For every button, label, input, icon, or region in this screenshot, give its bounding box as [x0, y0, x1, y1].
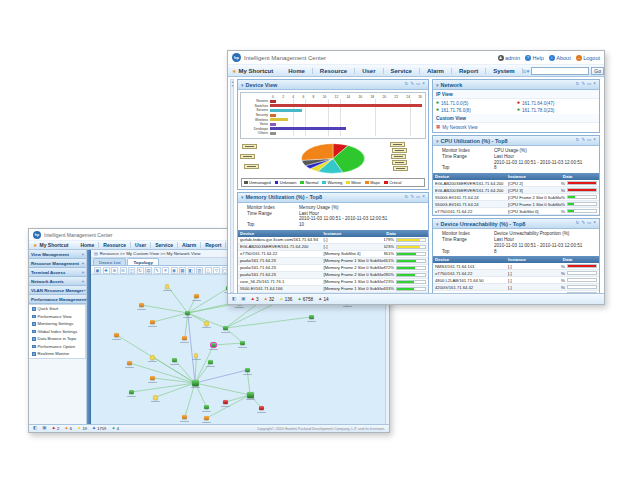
sidebar-item-network-assets[interactable]: Network Assets»	[29, 277, 86, 286]
alarm-count[interactable]: ▲3	[251, 297, 259, 302]
minimize-icon[interactable]: ▭	[416, 82, 420, 87]
sidebar-subitem-realtime-monitor[interactable]: Realtime Monitor	[29, 350, 85, 358]
save-icon[interactable]: ▤	[145, 267, 152, 274]
sidebar-item-terminal-access[interactable]: Terminal Access»	[29, 268, 86, 277]
edit-icon[interactable]: ✎	[410, 195, 414, 200]
table-row[interactable]: 4800 L2LAB/161.71.64.50[-]0.000%	[433, 277, 599, 284]
minimize-icon[interactable]: ▭	[587, 221, 591, 226]
topology-node[interactable]	[182, 336, 187, 340]
topology-node[interactable]	[309, 315, 314, 319]
collapse-icon[interactable]: ▾	[241, 194, 244, 200]
collapse-icon[interactable]: ▾	[436, 138, 439, 144]
refresh-icon[interactable]: ↻	[137, 267, 144, 274]
userlink-help[interactable]: ?Help	[525, 55, 544, 61]
zoom-in-icon[interactable]: ⊕	[111, 267, 118, 274]
down-icon[interactable]: ▽	[213, 267, 220, 274]
topology-node[interactable]	[245, 368, 250, 372]
sidebar-item-performance-management[interactable]: Performance Management«	[29, 295, 86, 304]
topology-node[interactable]	[240, 341, 245, 345]
refresh-icon[interactable]: ↻	[576, 138, 580, 143]
topology-node[interactable]	[204, 405, 209, 409]
fit-view-icon[interactable]: ◫	[128, 267, 135, 274]
topology-node[interactable]	[204, 416, 209, 420]
topology-node[interactable]	[185, 311, 190, 315]
table-row[interactable]: paola/161.71.64.23[Memory Frame 1 Slot 0…	[238, 257, 428, 264]
sidebar-item-vlan-resource-manager[interactable]: VLAN Resource Manager»	[29, 286, 86, 295]
status-icon[interactable]: ▣	[42, 426, 46, 431]
topology-node[interactable]	[139, 303, 144, 307]
alarm-count[interactable]: ▲6758	[297, 297, 313, 302]
topology-node[interactable]	[223, 400, 228, 404]
edit-icon[interactable]: ✎	[154, 267, 161, 274]
menu-resource[interactable]: Resource	[313, 68, 355, 74]
topology-node[interactable]	[259, 406, 264, 410]
layout-icon[interactable]: ◧	[188, 267, 195, 274]
table-row[interactable]: paola/161.71.64.23[Memory Frame 2 Slot 0…	[238, 271, 428, 278]
topology-node[interactable]	[153, 395, 158, 400]
edit-icon[interactable]: ✎	[581, 138, 585, 143]
ip-view-link[interactable]: ♣161.71.78.0(23)	[517, 108, 596, 113]
close-icon[interactable]: ×	[593, 138, 596, 143]
alarm-count[interactable]: ▲14	[318, 297, 329, 302]
grid-icon[interactable]: ▦	[179, 267, 186, 274]
topology-node[interactable]	[150, 320, 155, 324]
alarm-count[interactable]: ▲32	[264, 297, 275, 302]
locate-icon[interactable]: ◉	[171, 267, 178, 274]
minimize-icon[interactable]: ▭	[587, 82, 591, 87]
topology-node[interactable]	[211, 343, 216, 347]
collapse-icon[interactable]: ▾	[436, 221, 439, 227]
menu-alarm[interactable]: Alarm	[420, 68, 452, 74]
menu-service[interactable]: Service	[151, 242, 178, 248]
topology-node[interactable]	[194, 294, 199, 298]
menu-user[interactable]: User	[131, 242, 151, 248]
refresh-icon[interactable]: ↻	[405, 195, 409, 200]
alarm-count[interactable]: ▲1759	[92, 426, 106, 431]
menu-alarm[interactable]: Alarm	[178, 242, 201, 248]
edit-icon[interactable]: ✎	[581, 221, 585, 226]
status-icon[interactable]: ◧	[33, 426, 37, 431]
topology-node[interactable]	[172, 358, 177, 362]
tab-device-list[interactable]: Device List	[93, 258, 126, 265]
sidebar-subitem-quick-start[interactable]: Quick Start	[29, 305, 85, 313]
alarm-count[interactable]: ▲6	[64, 426, 72, 431]
topology-node[interactable]	[114, 333, 119, 337]
close-icon[interactable]: ×	[593, 82, 596, 87]
menu-home[interactable]: Home	[76, 242, 99, 248]
select-icon[interactable]: ▣	[94, 267, 101, 274]
table-row[interactable]: 4200G/161.71.64.42[-]0.000%	[433, 284, 599, 291]
layers-icon[interactable]: ≡	[162, 267, 169, 274]
table-row[interactable]: 5500G-EI/161.71.64.24[CPU Frame 2 Slot 0…	[433, 194, 599, 201]
table-row[interactable]: e7750/161.71.64.22[Memory SubSlot 4]68.9…	[238, 250, 428, 257]
sidebar-subitem-monitoring-settings[interactable]: Monitoring Settings	[29, 320, 85, 328]
topology-node[interactable]	[150, 355, 155, 360]
edit-icon[interactable]: ✎	[410, 82, 414, 87]
menu-home[interactable]: Home	[281, 68, 313, 74]
table-row[interactable]: 5500-EI/161.71.64.166[Memory Frame 1 Slo…	[238, 285, 428, 292]
topology-node[interactable]	[204, 321, 209, 326]
collapse-icon[interactable]: ▾	[241, 82, 244, 88]
topology-node[interactable]	[247, 392, 254, 398]
status-icon[interactable]: ◧	[232, 297, 236, 302]
topology-node[interactable]	[150, 376, 155, 380]
topology-node[interactable]	[192, 380, 199, 386]
sidebar-subitem-global-index-settings[interactable]: Global Index Settings	[29, 328, 85, 336]
menu-service[interactable]: Service	[384, 68, 420, 74]
alarm-count[interactable]: ▲136	[279, 297, 292, 302]
menu-system[interactable]: System	[486, 68, 522, 74]
left-scrollbar[interactable]: ▲▼	[230, 79, 234, 293]
topology-node[interactable]	[223, 326, 228, 330]
userlink-admin[interactable]: ♟admin	[498, 55, 520, 61]
pan-icon[interactable]: ✚	[103, 267, 110, 274]
table-row[interactable]: paola/161.71.64.23[Memory Frame 2 Slot 0…	[238, 264, 428, 271]
my-network-view-link[interactable]: ▦ My Network View	[433, 123, 599, 132]
ip-view-link[interactable]: ♣161.71.0.0(5)	[436, 101, 515, 106]
menu-report[interactable]: Report	[201, 242, 226, 248]
sidebar-subitem-performance-option[interactable]: Performance Option	[29, 343, 85, 351]
topology-node[interactable]	[208, 360, 213, 364]
topology-node[interactable]	[127, 361, 132, 365]
close-icon[interactable]: ×	[593, 221, 596, 226]
topology-node[interactable]	[129, 390, 134, 394]
sidebar-subitem-data-browse-in-topo[interactable]: Data Browse in Topo	[29, 335, 85, 343]
alarm-count[interactable]: ▲4	[111, 426, 119, 431]
up-icon[interactable]: △	[205, 267, 212, 274]
